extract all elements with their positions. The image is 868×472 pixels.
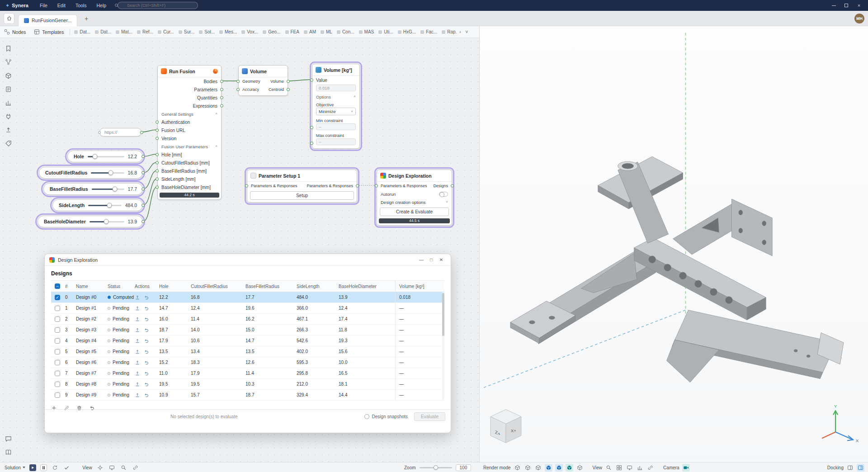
slider-node-cutoutfilletradius[interactable]: CutoutFilletRadius16.8 — [39, 167, 143, 179]
upload-design-icon[interactable] — [135, 316, 140, 322]
upload-design-icon[interactable] — [135, 382, 140, 387]
slider-node-sidelength[interactable]: SideLength484.0 — [52, 199, 143, 211]
render-shaded-edges-icon[interactable] — [534, 464, 542, 472]
upload-design-icon[interactable] — [135, 349, 140, 354]
notes-icon[interactable] — [5, 86, 12, 93]
3d-model[interactable]: Z+ X+ Y X — [480, 26, 868, 462]
menu-file[interactable]: File — [35, 3, 52, 8]
input-port-parameters-responses[interactable] — [375, 184, 378, 188]
upload-design-icon[interactable] — [135, 306, 140, 311]
toolbar-category-4[interactable]: Cur... — [156, 28, 176, 35]
options-section[interactable]: Options˄ — [312, 93, 359, 101]
output-port-bodies[interactable] — [220, 80, 223, 83]
node-parameter-setup[interactable]: Parameter Setup 1 Parameters & Responses… — [247, 170, 357, 203]
refresh-icon[interactable] — [51, 464, 59, 472]
docs-icon[interactable] — [5, 449, 12, 456]
max-constraint-input[interactable]: – — [316, 138, 356, 145]
output-port-expressions[interactable] — [220, 104, 223, 108]
cad-model[interactable] — [510, 156, 844, 382]
zoom-slider-handle[interactable] — [434, 465, 438, 470]
row-checkbox[interactable] — [55, 371, 60, 376]
toolbar-category-17[interactable]: Fac... — [418, 28, 439, 35]
validate-icon[interactable] — [63, 464, 71, 472]
row-checkbox[interactable] — [55, 382, 60, 387]
row-checkbox[interactable] — [55, 349, 60, 354]
slider-output-port[interactable] — [142, 188, 145, 191]
toolbar-category-11[interactable]: AM — [302, 28, 318, 35]
slider-track[interactable] — [92, 189, 124, 190]
window-minimize-button[interactable] — [827, 0, 840, 11]
toolbar-category-10[interactable]: FEA — [283, 28, 302, 35]
menu-tools[interactable]: Tools — [71, 3, 92, 8]
design-snapshots-checkbox[interactable] — [364, 414, 369, 419]
upload-design-icon[interactable] — [135, 360, 140, 365]
slider-node-baseholediameter[interactable]: BaseHoleDiameter13.9 — [38, 216, 143, 227]
zoom-selection-icon[interactable] — [120, 464, 127, 472]
view-cube[interactable]: Z+ X+ — [491, 410, 521, 443]
output-port-centroid[interactable] — [287, 88, 290, 91]
slider-track[interactable] — [88, 156, 124, 157]
design-row-0[interactable]: 0Design #0Computed12.216.817.7484.013.90… — [51, 292, 444, 303]
design-row-6[interactable]: 6Design #6Pending15.218.312.6595.310.0— — [51, 357, 444, 368]
row-checkbox[interactable] — [55, 338, 60, 344]
reset-design-icon[interactable] — [144, 327, 149, 333]
slider-handle[interactable] — [113, 187, 118, 192]
input-port-accuracy[interactable] — [236, 88, 240, 91]
design-row-8[interactable]: 8Design #8Pending19.519.510.3212.018.1— — [51, 379, 444, 390]
input-port-min-constraint[interactable] — [310, 126, 313, 129]
window-maximize-button[interactable] — [840, 0, 853, 11]
output-port-parameters-responses[interactable] — [356, 184, 359, 188]
design-row-7[interactable]: 7Design #7Pending11.017.911.4295.816.5— — [51, 368, 444, 379]
toolbar-category-14[interactable]: MAS — [357, 28, 377, 35]
plugin-icon[interactable] — [5, 113, 12, 120]
workflow-tree-icon[interactable] — [5, 59, 12, 66]
menu-edit[interactable]: Edit — [52, 3, 71, 8]
screen-view-icon[interactable] — [108, 464, 116, 472]
chart-icon[interactable] — [5, 99, 12, 106]
design-row-4[interactable]: 4Design #4Pending17.910.614.7542.619.3— — [51, 335, 444, 346]
upload-design-icon[interactable] — [135, 295, 140, 300]
input-port-hole[interactable] — [156, 153, 159, 156]
toolbar-category-1[interactable]: Dat... — [93, 28, 113, 35]
input-port-parameters-responses[interactable] — [245, 184, 248, 188]
home-button[interactable] — [4, 13, 14, 24]
reset-design-icon[interactable] — [144, 349, 149, 354]
row-checkbox[interactable] — [55, 306, 60, 311]
reset-design-icon[interactable] — [144, 295, 149, 300]
node-volume-objective[interactable]: Volume [kg³] Value 0.018 Options˄ Object… — [312, 64, 360, 149]
slider-node-basefilletradius[interactable]: BaseFilletRadius17.7 — [43, 183, 143, 195]
menu-help[interactable]: Help — [91, 3, 111, 8]
autorun-toggle[interactable] — [439, 192, 448, 197]
upload-icon[interactable] — [5, 127, 12, 133]
toolbar-category-2[interactable]: Mat... — [113, 28, 135, 35]
input-port-authentication[interactable] — [156, 121, 159, 124]
fit-view-icon[interactable] — [96, 464, 104, 472]
design-exploration-window[interactable]: Design Exploration — □ ✕ Designs # Name … — [44, 254, 451, 433]
run-solution-button[interactable] — [29, 464, 36, 471]
toolbar-category-8[interactable]: Vox... — [239, 28, 260, 35]
viewport-3d[interactable]: Z+ X+ Y X — [479, 26, 868, 462]
objective-select[interactable]: Minimize˅ — [316, 108, 356, 115]
dock-right-icon[interactable] — [857, 464, 864, 472]
url-value[interactable]: https:// — [104, 130, 118, 135]
toolbar-category-6[interactable]: Sol... — [197, 28, 217, 35]
zoom-slider[interactable] — [420, 467, 452, 468]
toolbar-category-13[interactable]: Con... — [335, 28, 357, 35]
render-realistic-icon[interactable] — [555, 464, 563, 472]
design-row-2[interactable]: 2Design #2Pending16.011.416.2467.117.4— — [51, 314, 444, 325]
toolbar-category-16[interactable]: HxG... — [396, 28, 418, 35]
input-port-version[interactable] — [156, 137, 159, 140]
design-row-1[interactable]: 1Design #1Pending14.712.419.6366.012.4— — [51, 303, 444, 314]
solution-selector[interactable]: Solution — [5, 465, 25, 470]
input-port-value[interactable] — [310, 79, 313, 82]
reset-design-icon[interactable] — [144, 306, 149, 311]
row-checkbox[interactable] — [55, 316, 60, 322]
row-checkbox[interactable] — [55, 392, 60, 398]
reset-design-icon[interactable] — [144, 392, 149, 398]
min-constraint-input[interactable]: – — [316, 123, 356, 130]
toolbar-category-7[interactable]: Mes... — [217, 28, 239, 35]
slider-handle[interactable] — [107, 203, 112, 208]
render-wireframe-icon[interactable] — [514, 464, 521, 472]
reset-design-icon[interactable] — [144, 316, 149, 322]
table-scrollbar[interactable] — [442, 292, 444, 401]
